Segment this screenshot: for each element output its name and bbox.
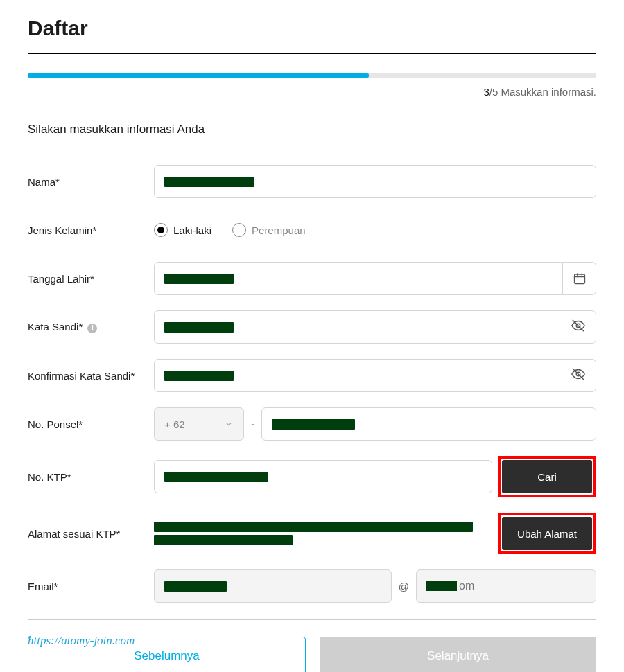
label-address: Alamat sesuai KTP* (28, 528, 154, 540)
row-password: Kata Sandi* i (28, 310, 596, 344)
step-total: /5 (489, 86, 499, 98)
row-dob: Tanggal Lahir* (28, 262, 596, 295)
chevron-down-icon (224, 419, 234, 429)
gender-radio-group: Laki-laki Perempuan (154, 223, 596, 237)
dialcode-value: + 62 (164, 418, 185, 430)
highlight-ubah: Ubah Alamat (498, 513, 596, 554)
step-indicator: 3/5 Masukkan informasi. (28, 86, 596, 98)
redacted-dob (164, 274, 234, 284)
watermark-link[interactable]: https://atomy-join.com (28, 634, 596, 648)
confirm-password-input[interactable] (154, 359, 596, 392)
row-address: Alamat sesuai KTP* Ubah Alamat (28, 513, 596, 554)
label-confirm: Konfirmasi Kata Sandi* (28, 370, 154, 382)
redacted-email-domain (426, 581, 457, 591)
section-title: Silakan masukkan informasi Anda (28, 123, 596, 136)
redacted-address-line2 (154, 535, 293, 545)
row-email: Email* @ om (28, 569, 596, 603)
title-divider (28, 53, 596, 54)
radio-male-label: Laki-laki (173, 224, 211, 236)
info-icon[interactable]: i (87, 324, 97, 333)
redacted-ktp (164, 472, 268, 482)
row-ktp: No. KTP* Cari (28, 456, 596, 497)
eye-off-icon (571, 366, 586, 382)
email-at: @ (399, 581, 409, 592)
redacted-phone (272, 419, 355, 430)
label-name: Nama* (28, 176, 154, 188)
ktp-input[interactable] (154, 460, 492, 493)
step-current: 3 (483, 86, 489, 98)
redacted-address-line1 (154, 522, 473, 532)
svg-rect-0 (574, 274, 584, 283)
phone-input[interactable] (261, 407, 596, 441)
row-confirm: Konfirmasi Kata Sandi* (28, 359, 596, 392)
label-dob: Tanggal Lahir* (28, 273, 154, 285)
progress-fill (28, 73, 369, 78)
step-label: Masukkan informasi. (501, 86, 596, 98)
highlight-cari: Cari (498, 456, 596, 497)
label-email: Email* (28, 581, 154, 592)
email-domain-select[interactable]: om (416, 569, 596, 603)
email-local-input[interactable] (154, 569, 392, 603)
redacted-email-local (164, 581, 227, 592)
radio-female-indicator (232, 223, 246, 237)
dialcode-select[interactable]: + 62 (154, 407, 244, 441)
redacted-password (164, 322, 234, 333)
redacted-confirm (164, 371, 234, 381)
phone-separator: - (251, 418, 254, 430)
label-gender: Jenis Kelamin* (28, 224, 154, 236)
toggle-confirm-visibility[interactable] (571, 366, 586, 384)
footer-divider (28, 619, 596, 620)
radio-female[interactable]: Perempuan (232, 223, 306, 237)
label-password: Kata Sandi* i (28, 321, 154, 333)
label-phone: No. Ponsel* (28, 418, 154, 430)
name-input[interactable] (154, 165, 596, 198)
search-button[interactable]: Cari (502, 460, 592, 493)
toggle-password-visibility[interactable] (571, 318, 586, 336)
calendar-button[interactable] (563, 262, 596, 295)
radio-male[interactable]: Laki-laki (154, 223, 211, 237)
radio-female-label: Perempuan (252, 224, 306, 236)
redacted-name (164, 177, 254, 187)
page-title: Daftar (28, 17, 596, 40)
email-domain-suffix: om (459, 580, 474, 592)
row-name: Nama* (28, 165, 596, 198)
progress-bar (28, 73, 596, 78)
address-value (154, 522, 492, 545)
row-gender: Jenis Kelamin* Laki-laki Perempuan (28, 213, 596, 247)
password-input[interactable] (154, 310, 596, 344)
dob-input[interactable] (154, 262, 563, 295)
eye-off-icon (571, 318, 586, 333)
label-ktp: No. KTP* (28, 471, 154, 483)
radio-male-indicator (154, 223, 168, 237)
change-address-button[interactable]: Ubah Alamat (502, 517, 592, 550)
calendar-icon (573, 272, 587, 285)
row-phone: No. Ponsel* + 62 - (28, 407, 596, 441)
section-divider (28, 145, 596, 145)
